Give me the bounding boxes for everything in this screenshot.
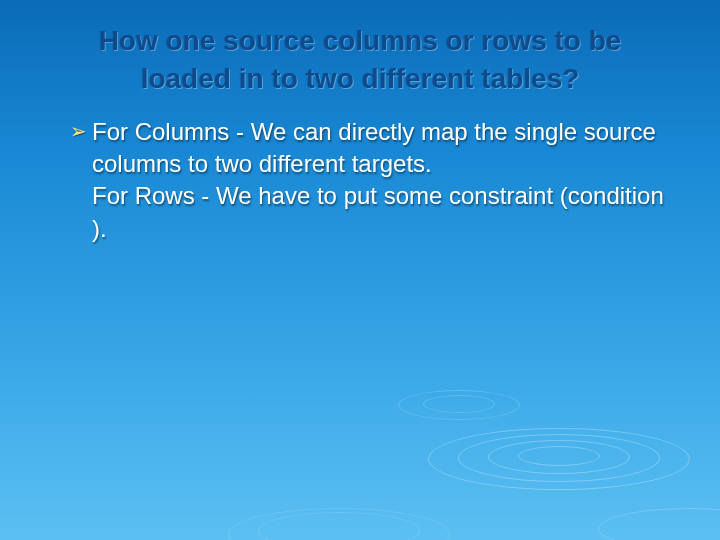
decorative-ripples	[320, 280, 720, 540]
slide: How one source columns or rows to be loa…	[0, 0, 720, 540]
slide-title: How one source columns or rows to be loa…	[0, 0, 720, 98]
bullet-marker-icon: ➢	[70, 116, 92, 146]
slide-body: ➢ For Columns - We can directly map the …	[0, 98, 720, 246]
bullet-text: For Columns - We can directly map the si…	[92, 116, 665, 246]
bullet-item: ➢ For Columns - We can directly map the …	[70, 116, 665, 246]
